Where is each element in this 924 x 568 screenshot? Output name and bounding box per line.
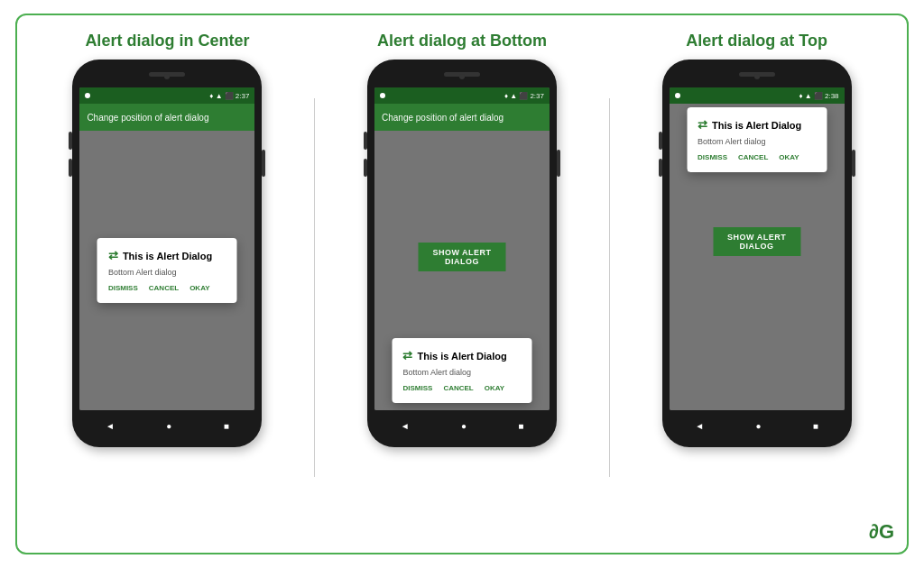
- volume-down-button-bottom: [364, 159, 367, 177]
- cancel-btn-top[interactable]: CANCEL: [738, 153, 768, 161]
- section-top: Alert dialog at Top ♦ ▲ ⬛ 2:38: [622, 32, 892, 447]
- volume-up-button-top: [659, 132, 662, 150]
- app-bar-title-center: Change position of alert dialog: [87, 113, 208, 123]
- nav-bar-top: ◄ ● ■: [670, 413, 845, 438]
- alert-dialog-center: ⇄ This is Alert Dialog Bottom Alert dial…: [97, 238, 237, 303]
- status-left-top: [675, 93, 680, 98]
- alert-buttons-top: DISMISS CANCEL OKAY: [698, 153, 816, 161]
- okay-btn-bottom[interactable]: OKAY: [485, 384, 504, 392]
- volume-up-button: [69, 132, 72, 150]
- alert-message-bottom: Bottom Alert dialog: [402, 368, 521, 377]
- app-bar-center: Change position of alert dialog: [79, 104, 254, 131]
- status-icons-bottom: ♦ ▲ ⬛: [504, 92, 528, 100]
- screen-content-center: ⇄ This is Alert Dialog Bottom Alert dial…: [79, 131, 254, 410]
- status-right-top: ♦ ▲ ⬛ 2:38: [799, 92, 839, 100]
- main-container: Alert dialog in Center ♦ ▲ ⬛ 2:37: [15, 14, 909, 554]
- time-top: 2:38: [825, 92, 839, 100]
- recents-btn-top[interactable]: ■: [813, 421, 818, 431]
- screen-content-top: ⇄ This is Alert Dialog Bottom Alert dial…: [670, 104, 845, 410]
- status-icons-center: ♦ ▲ ⬛: [209, 92, 233, 100]
- alert-icon-row-center: ⇄ This is Alert Dialog: [108, 249, 226, 262]
- power-button-bottom: [557, 150, 560, 177]
- volume-down-button: [69, 159, 72, 177]
- status-left-center: [85, 93, 90, 98]
- dismiss-btn-center[interactable]: DISMISS: [108, 284, 138, 292]
- divider-1: [314, 98, 315, 477]
- status-right-center: ♦ ▲ ⬛ 2:37: [209, 92, 249, 100]
- power-button: [262, 150, 265, 177]
- dismiss-btn-top[interactable]: DISMISS: [698, 153, 727, 161]
- nav-bar-center: ◄ ● ■: [79, 413, 254, 438]
- alert-message-top: Bottom Alert dialog: [698, 137, 816, 146]
- alert-icon-row-top: ⇄ This is Alert Dialog: [698, 118, 816, 132]
- alert-title-center: This is Alert Dialog: [123, 251, 212, 261]
- section-center: Alert dialog in Center ♦ ▲ ⬛ 2:37: [32, 32, 302, 447]
- section-bottom: Alert dialog at Bottom ♦ ▲ ⬛ 2:37: [327, 32, 597, 447]
- alert-buttons-center: DISMISS CANCEL OKAY: [108, 284, 226, 292]
- phone-top-bar: [79, 69, 254, 85]
- recents-btn-bottom[interactable]: ■: [518, 421, 523, 431]
- status-icons-top: ♦ ▲ ⬛: [799, 92, 823, 100]
- phone-bottom: ♦ ▲ ⬛ 2:37 Change position of alert dial…: [367, 60, 557, 447]
- camera: [164, 74, 170, 79]
- alert-icon-top: ⇄: [698, 118, 707, 132]
- camera-top: [754, 74, 760, 79]
- app-bar-title-bottom: Change position of alert dialog: [382, 113, 504, 123]
- phone-screen-center: ♦ ▲ ⬛ 2:37 Change position of alert dial…: [79, 87, 254, 410]
- phone-top: ♦ ▲ ⬛ 2:38 ⇄ This is Alert Dialog Bottom…: [662, 60, 852, 447]
- phone-top-bar-bottom: [374, 69, 550, 85]
- screen-content-bottom: SHOW ALERT DIALOG ⇄ This is Alert Dialog…: [374, 131, 550, 410]
- status-bar-bottom: ♦ ▲ ⬛ 2:37: [374, 87, 550, 104]
- alert-icon-row-bottom: ⇄ This is Alert Dialog: [402, 349, 521, 362]
- alert-message-center: Bottom Alert dialog: [108, 268, 226, 277]
- home-btn-bottom[interactable]: ●: [461, 421, 467, 431]
- app-bar-bottom: Change position of alert dialog: [374, 104, 550, 131]
- cancel-btn-center[interactable]: CANCEL: [149, 284, 179, 292]
- time-center: 2:37: [236, 92, 250, 100]
- status-right-bottom: ♦ ▲ ⬛ 2:37: [504, 92, 544, 100]
- gfg-logo: ∂G: [869, 520, 894, 544]
- cancel-btn-bottom[interactable]: CANCEL: [443, 384, 473, 392]
- power-button-top: [852, 150, 855, 177]
- okay-btn-top[interactable]: OKAY: [779, 153, 799, 161]
- phone-screen-bottom: ♦ ▲ ⬛ 2:37 Change position of alert dial…: [374, 87, 550, 410]
- phone-center: ♦ ▲ ⬛ 2:37 Change position of alert dial…: [72, 60, 262, 447]
- camera-bottom: [459, 74, 465, 79]
- section-top-title: Alert dialog at Top: [686, 32, 827, 50]
- alert-dialog-top: ⇄ This is Alert Dialog Bottom Alert dial…: [687, 107, 827, 172]
- alert-title-bottom: This is Alert Dialog: [417, 351, 506, 362]
- status-left-bottom: [380, 93, 385, 98]
- home-btn-center[interactable]: ●: [166, 421, 171, 431]
- volume-up-button-bottom: [364, 132, 367, 150]
- recents-btn-center[interactable]: ■: [224, 421, 229, 431]
- alert-icon-center: ⇄: [108, 249, 118, 262]
- section-bottom-title: Alert dialog at Bottom: [377, 32, 547, 50]
- back-btn-center[interactable]: ◄: [106, 421, 115, 431]
- time-bottom: 2:37: [530, 92, 544, 100]
- phone-screen-top: ♦ ▲ ⬛ 2:38 ⇄ This is Alert Dialog Bottom…: [670, 87, 845, 410]
- dismiss-btn-bottom[interactable]: DISMISS: [402, 384, 432, 392]
- home-btn-top[interactable]: ●: [755, 421, 761, 431]
- status-bar-center: ♦ ▲ ⬛ 2:37: [79, 87, 254, 104]
- show-alert-btn-top[interactable]: SHOW ALERT DIALOG: [713, 227, 800, 256]
- status-dot-bottom: [380, 93, 385, 98]
- back-btn-bottom[interactable]: ◄: [401, 421, 410, 431]
- section-center-title: Alert dialog in Center: [85, 32, 249, 50]
- phone-top-bar-top: [670, 69, 845, 85]
- volume-down-button-top: [659, 159, 662, 177]
- show-alert-btn-bottom[interactable]: SHOW ALERT DIALOG: [418, 243, 505, 271]
- alert-dialog-bottom: ⇄ This is Alert Dialog Bottom Alert dial…: [392, 338, 531, 403]
- status-dot-center: [85, 93, 90, 98]
- status-bar-top: ♦ ▲ ⬛ 2:38: [670, 87, 845, 104]
- okay-btn-center[interactable]: OKAY: [189, 284, 209, 292]
- divider-2: [609, 98, 610, 477]
- alert-icon-bottom: ⇄: [402, 349, 412, 362]
- alert-title-top: This is Alert Dialog: [712, 120, 801, 131]
- back-btn-top[interactable]: ◄: [695, 421, 704, 431]
- alert-buttons-bottom: DISMISS CANCEL OKAY: [402, 384, 521, 392]
- nav-bar-bottom: ◄ ● ■: [374, 413, 550, 438]
- status-dot-top: [675, 93, 680, 98]
